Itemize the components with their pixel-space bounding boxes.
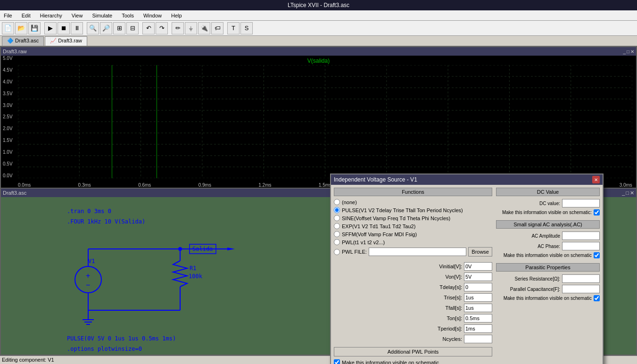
tab-schematic[interactable]: 🔷 Draft3.asc <box>2 36 44 46</box>
ncycles-input[interactable] <box>464 335 492 343</box>
parallel-c-input[interactable] <box>562 285 600 293</box>
series-r-input[interactable] <box>562 274 600 283</box>
toolbar-pause[interactable]: ⏸ <box>71 22 83 34</box>
tperiod-input[interactable] <box>464 324 492 333</box>
dc-visible-checkbox[interactable] <box>594 209 600 215</box>
spice-four: .FOUR 1kHz 10 V(Salida) <box>67 217 145 227</box>
menu-edit[interactable]: Edit <box>20 12 33 19</box>
function-sine-row: SINE(Voffset Vamp Freq Td Theta Phi Ncyc… <box>334 214 492 222</box>
waveform-maximize[interactable]: □ <box>627 49 629 54</box>
tabs-bar: 🔷 Draft3.asc 📈 Draft3.raw <box>0 36 637 46</box>
function-pulse-radio[interactable] <box>334 207 340 213</box>
status-text: Editing component: V1 <box>2 357 54 363</box>
ac-visible-checkbox[interactable] <box>594 252 600 258</box>
toolbar-zoom-fit[interactable]: ⊞ <box>113 22 125 34</box>
trise-input[interactable] <box>464 293 492 302</box>
parallel-c-label: Parallel Capacitance[F]: <box>494 287 560 292</box>
toolbar-open[interactable]: 📂 <box>15 22 27 34</box>
tfall-input[interactable] <box>464 304 492 312</box>
menu-tools[interactable]: Tools <box>120 12 136 19</box>
pwlfile-input[interactable] <box>369 248 467 256</box>
function-exp-row: EXP(V1 V2 Td1 Tau1 Td2 Tau2) <box>334 222 492 230</box>
schematic-title: Draft3.asc <box>3 190 26 196</box>
menu-window[interactable]: Window <box>141 12 164 19</box>
vinitial-label: Vinitial[V]: <box>415 264 462 269</box>
tperiod-row: Tperiod[s]: <box>334 323 492 334</box>
waveform-content: V(salida) 5.0V 4.5V 4.0V 3.5V 3.0V 2.5V … <box>1 56 636 189</box>
schematic-minimize[interactable]: _ <box>622 190 625 196</box>
menu-simulate[interactable]: Simulate <box>90 12 114 19</box>
function-pulse-label: PULSE(V1 V2 Tdelay Trise Tfall Ton Perio… <box>342 207 463 213</box>
ac-amplitude-input[interactable] <box>562 232 600 240</box>
waveform-title: Draft3.raw <box>3 49 27 54</box>
tdelay-input[interactable] <box>464 283 492 291</box>
function-exp-radio[interactable] <box>334 223 340 229</box>
parasitic-visible-row: Make this information visible on schemat… <box>496 294 600 302</box>
von-input[interactable] <box>464 273 492 281</box>
tdelay-row: Tdelay[s]: <box>334 282 492 292</box>
toolbar-zoom-area[interactable]: ⊟ <box>126 22 139 34</box>
dc-value-label: DC value: <box>494 201 560 206</box>
toolbar-zoom-out[interactable]: 🔎 <box>100 22 112 34</box>
dialog-body: Functions (none) PULSE(V1 V2 Tdelay Tris… <box>331 185 603 364</box>
schematic-maximize[interactable]: □ <box>626 190 629 196</box>
toolbar-label[interactable]: 🏷 <box>211 22 223 34</box>
menu-hierarchy[interactable]: Hierarchy <box>38 12 64 19</box>
menu-view[interactable]: View <box>70 12 85 19</box>
toolbar-new[interactable]: 📄 <box>2 22 14 34</box>
svg-text:100k: 100k <box>189 273 203 280</box>
function-pwl-radio[interactable] <box>334 239 340 245</box>
waveform-minimize[interactable]: _ <box>623 49 626 54</box>
schematic-win-controls: _ □ ✕ <box>622 190 634 196</box>
toolbar-spice[interactable]: S <box>240 22 253 34</box>
functions-header: Functions <box>334 188 492 196</box>
dialog-right-panel: DC Value DC value: Make this information… <box>496 188 600 364</box>
function-sffm-radio[interactable] <box>334 231 340 237</box>
toolbar-zoom-in[interactable]: 🔍 <box>87 22 99 34</box>
toolbar-component[interactable]: 🔌 <box>198 22 210 34</box>
dialog-close-button[interactable]: ✕ <box>592 176 600 183</box>
title-bar: LTspice XVII - Draft3.asc <box>0 0 637 10</box>
browse-button[interactable]: Browse <box>468 247 492 256</box>
toolbar-ground[interactable]: ⏚ <box>185 22 197 34</box>
toolbar-stop[interactable]: ⏹ <box>58 22 70 34</box>
toolbar-run[interactable]: ▶ <box>44 22 57 34</box>
function-pwlfile-radio[interactable] <box>334 249 340 255</box>
toolbar-wire[interactable]: ✏ <box>172 22 184 34</box>
vinitial-row: Vinitial[V]: <box>334 261 492 272</box>
menu-help[interactable]: Help <box>169 12 184 19</box>
additional-pwl-button[interactable]: Additional PWL Points <box>334 347 492 356</box>
ton-input[interactable] <box>464 314 492 323</box>
function-pwlfile-row: PWL FILE: Browse <box>334 246 492 257</box>
dc-visible-label: Make this information visible on schemat… <box>502 210 592 215</box>
function-none-label: (none) <box>342 199 357 205</box>
parallel-c-row: Parallel Capacitance[F]: <box>496 284 600 294</box>
function-none-row: (none) <box>334 198 492 206</box>
function-pwl-row: PWL(t1 v1 t2 v2...) <box>334 238 492 246</box>
ac-visible-label: Make this information visible on schemat… <box>504 253 592 258</box>
toolbar-redo[interactable]: ↷ <box>156 22 168 34</box>
toolbar-undo[interactable]: ↶ <box>142 22 155 34</box>
parasitic-header: Parasitic Properties <box>496 263 600 272</box>
dc-header: DC Value <box>496 188 600 196</box>
schematic-close[interactable]: ✕ <box>630 190 634 196</box>
toolbar-save[interactable]: 💾 <box>28 22 41 34</box>
pulse-visible-label: Make this information visible on schemat… <box>342 360 439 364</box>
ac-phase-input[interactable] <box>562 242 600 250</box>
svg-text:Salida: Salida <box>192 246 213 252</box>
waveform-titlebar: Draft3.raw _ □ ✕ <box>1 47 636 56</box>
tab-waveform[interactable]: 📈 Draft3.raw <box>45 36 87 46</box>
series-r-label: Series Resistance[Ω]: <box>494 276 560 281</box>
parasitic-visible-checkbox[interactable] <box>594 295 600 301</box>
function-sine-radio[interactable] <box>334 215 340 221</box>
parasitic-visible-label: Make this information visible on schemat… <box>504 296 592 301</box>
dc-value-input[interactable] <box>562 199 600 207</box>
vinitial-input[interactable] <box>464 262 492 271</box>
waveform-close[interactable]: ✕ <box>630 49 634 54</box>
function-none-radio[interactable] <box>334 199 340 205</box>
toolbar-text[interactable]: T <box>227 22 240 34</box>
pulse-visible-checkbox[interactable] <box>334 359 340 364</box>
menu-file[interactable]: File <box>2 12 14 19</box>
y-axis: 5.0V 4.5V 4.0V 3.5V 3.0V 2.5V 2.0V 1.5V … <box>3 56 13 178</box>
menu-bar: File Edit Hierarchy View Simulate Tools … <box>0 10 637 21</box>
